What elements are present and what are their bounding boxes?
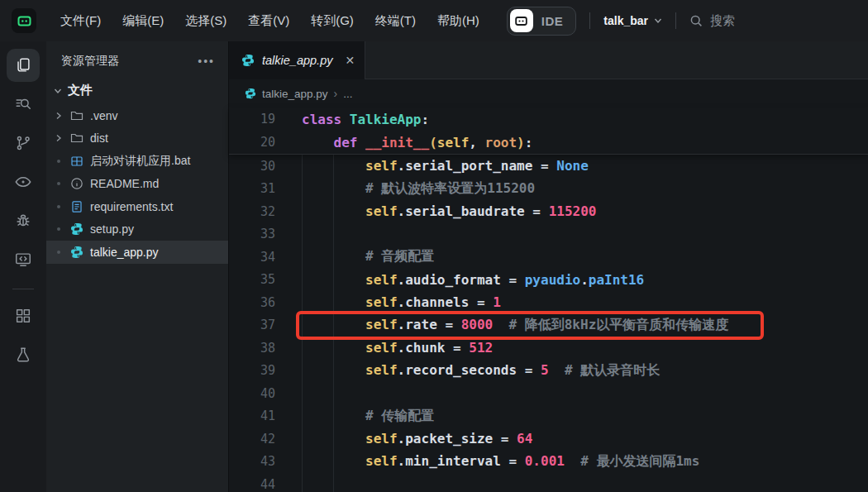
file-tree: .venvdist启动对讲机应用.batREADME.mdrequirement… [46,104,228,264]
bug-icon [14,212,32,230]
menu-item-1[interactable]: 编辑(E) [112,0,174,41]
line-number: 20 [229,135,285,150]
line-number: 40 [229,386,285,401]
activity-item-preview[interactable] [7,165,40,198]
activity-bar [0,41,46,492]
activity-item-explorer[interactable] [7,49,40,82]
activity-bar-divider [12,289,34,289]
file-item-dist[interactable]: dist [46,127,228,150]
line-number: 43 [229,454,285,469]
windows-icon [69,154,84,169]
file-item-requirements.txt[interactable]: requirements.txt [46,195,228,218]
close-icon[interactable]: ✕ [345,54,355,67]
menu-item-4[interactable]: 转到(G) [300,0,365,41]
code-line-19: 19class TalkieApp: [229,107,868,131]
explorer-sidebar: 资源管理器 ••• 文件 .venvdist启动对讲机应用.batREADME.… [46,41,229,492]
menu-item-2[interactable]: 选择(S) [174,0,237,41]
info-icon [69,176,84,191]
line-number: 36 [229,295,285,310]
activity-item-search[interactable] [7,88,40,121]
activity-item-source-control[interactable] [7,127,40,160]
project-switcher[interactable]: talk_bar [603,14,662,27]
menu-item-6[interactable]: 帮助(H) [427,0,490,41]
line-number: 38 [229,341,285,356]
python-icon [244,88,256,100]
text-file-icon [69,199,84,214]
activity-item-debug[interactable] [7,204,40,237]
code-line-35: 35 self.audio_format = pyaudio.paInt16 [229,269,868,292]
eye-icon [14,173,32,191]
global-search[interactable]: 搜索 [689,13,735,29]
code-line-33: 33 [229,223,868,246]
file-label: README.md [90,177,159,190]
breadcrumb-more[interactable]: ... [343,88,352,100]
line-number: 31 [229,181,285,196]
breadcrumb-file[interactable]: talkie_app.py [262,88,328,100]
code-line-32: 32 self.serial_baudrate = 115200 [229,200,868,223]
file-item-talkie_app.py[interactable]: talkie_app.py [46,241,228,264]
code-line-44: 44 [229,473,868,492]
chevron-right-icon [54,112,64,120]
line-number: 37 [229,318,285,332]
line-number: 19 [229,112,285,127]
files-section-header[interactable]: 文件 [46,79,228,104]
sidebar-title: 资源管理器 [61,54,119,69]
code-line-39: 39 self.record_seconds = 5 # 默认录音时长 [229,360,868,383]
more-actions-icon[interactable]: ••• [198,58,215,64]
line-number: 30 [229,159,285,174]
folder-icon [69,108,84,123]
file-item-setup.py[interactable]: setup.py [46,218,228,241]
code-viewport[interactable]: 30 self.serial_port_name = None31 # 默认波特… [229,155,868,492]
editor-group: talkie_app.py ✕ talkie_app.py › ... 19cl… [229,41,868,492]
menu-item-5[interactable]: 终端(T) [365,0,427,41]
file-dot [54,182,64,185]
file-label: 启动对讲机应用.bat [90,154,190,169]
code-text: class TalkieApp: [285,112,429,127]
python-icon [69,222,84,236]
code-text: self.packet_size = 64 [285,431,532,447]
grid-icon [14,307,32,325]
search-icon [689,14,703,28]
code-text: self.chunk = 512 [285,340,493,356]
file-label: dist [90,131,108,145]
code-text: self.record_seconds = 5 # 默认录音时长 [285,362,660,380]
ide-toggle-label: IDE [541,14,564,28]
file-item-启动对讲机应用.bat[interactable]: 启动对讲机应用.bat [46,150,228,173]
menu-item-3[interactable]: 查看(V) [237,0,300,41]
code-line-30: 30 self.serial_port_name = None [229,155,868,178]
file-item-README.md[interactable]: README.md [46,173,228,196]
code-line-41: 41 # 传输配置 [229,405,868,428]
chevron-down-icon [54,87,62,95]
tab-talkie-app[interactable]: talkie_app.py ✕ [229,41,365,79]
code-text: self.min_interval = 0.001 # 最小发送间隔1ms [285,453,699,471]
line-number: 34 [229,250,285,265]
search-list-icon [14,95,32,113]
line-number: 41 [229,408,285,423]
code-line-36: 36 self.channels = 1 [229,291,868,314]
ide-toggle[interactable]: IDE [507,7,577,36]
folder-icon [69,131,84,146]
activity-item-extensions[interactable] [7,299,40,332]
activity-item-remote-screen[interactable] [7,243,40,276]
file-dot [54,227,64,231]
divider [675,12,676,29]
breadcrumb: talkie_app.py › ... [229,79,868,107]
code-line-20: 20 def __init__(self, root): [229,131,868,154]
code-line-37: 37 self.rate = 8000 # 降低到8kHz以平衡音质和传输速度 [229,314,868,337]
divider [589,12,590,29]
line-number: 32 [229,204,285,219]
monitor-code-icon [14,251,32,269]
file-label: requirements.txt [90,200,173,213]
line-number: 44 [229,477,285,492]
menu-bar: 文件(F)编辑(E)选择(S)查看(V)转到(G)终端(T)帮助(H) [50,0,490,41]
code-text: def __init__(self, root): [285,135,532,150]
activity-item-testing[interactable] [7,338,40,371]
code-line-42: 42 self.packet_size = 64 [229,428,868,451]
chevron-right-icon: › [334,87,338,100]
code-text: # 传输配置 [285,408,434,425]
menu-item-0[interactable]: 文件(F) [50,0,112,41]
code-text: self.serial_baudrate = 115200 [285,203,596,219]
code-line-34: 34 # 音频配置 [229,246,868,269]
chevron-right-icon [54,134,64,142]
file-item-.venv[interactable]: .venv [46,104,228,127]
